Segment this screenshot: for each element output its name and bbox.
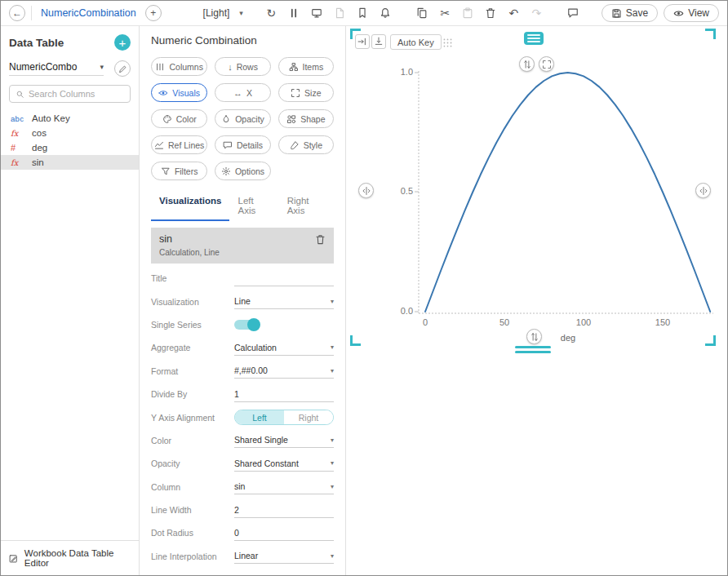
cut-button[interactable]: ✂	[437, 5, 454, 22]
columns-button[interactable]: Columns	[151, 57, 207, 76]
copy-button[interactable]	[414, 5, 431, 22]
options-button[interactable]: Options	[215, 162, 270, 180]
color-select[interactable]: Shared Single▾	[234, 432, 334, 448]
bookmark-button[interactable]	[354, 5, 371, 22]
ref-lines-button[interactable]: Ref Lines	[151, 135, 207, 154]
pencil-icon	[118, 64, 127, 73]
y-tick-label: 0.0	[385, 306, 413, 316]
swap-top-button[interactable]	[519, 56, 535, 72]
back-button[interactable]: ←	[9, 5, 25, 21]
filters-button[interactable]: Filters	[151, 162, 207, 180]
opacity-select[interactable]: Shared Constant▾	[234, 456, 334, 472]
pause-button[interactable]	[286, 5, 303, 22]
theme-select[interactable]: [Light] ▾	[203, 7, 243, 19]
refresh-button[interactable]: ↻	[263, 5, 280, 22]
left-axis-split-button[interactable]	[358, 183, 374, 198]
title-input[interactable]	[234, 271, 334, 286]
line-width-input[interactable]: 2	[234, 503, 334, 518]
tab-left-axis[interactable]: Left Axis	[229, 191, 278, 221]
maximize-button[interactable]	[539, 56, 554, 72]
eye-icon	[673, 8, 684, 19]
axis-tabs: Visualizations Left Axis Right Axis	[151, 191, 334, 221]
shape-button[interactable]: Shape	[278, 109, 334, 128]
select-value: Line	[234, 296, 251, 306]
dot-radius-input[interactable]: 0	[234, 525, 334, 541]
undo-button[interactable]: ↶	[505, 5, 522, 22]
chart-pane[interactable]: 1.0 0.5 0.0 0 50 100 150 deg Auto Key	[346, 26, 727, 575]
button-label: Color	[176, 114, 197, 124]
column-item-sin[interactable]: fx sin	[1, 155, 139, 170]
edit-data-table-button[interactable]	[114, 60, 131, 77]
column-item-cos[interactable]: fx cos	[1, 126, 139, 140]
details-button[interactable]: Details	[215, 135, 270, 154]
input-value: 0	[234, 528, 239, 538]
button-label: Filters	[175, 166, 198, 176]
data-table-sidebar: Data Table + NumericCombo ▾ abc Auto Key…	[1, 26, 140, 575]
column-item-deg[interactable]: # deg	[1, 140, 139, 155]
column-search[interactable]	[9, 85, 131, 103]
column-item-auto-key[interactable]: abc Auto Key	[1, 111, 139, 126]
delete-visual-button[interactable]	[315, 233, 326, 248]
toggle-knob	[247, 318, 260, 331]
color-button[interactable]: Color	[151, 109, 207, 128]
redo-button[interactable]: ↷	[528, 5, 545, 22]
field-value-interpolation: Value Interpolation Na Value Gaps	[151, 568, 334, 575]
funnel-icon	[161, 166, 171, 176]
single-series-toggle[interactable]	[234, 320, 259, 330]
button-label: Options	[235, 166, 264, 176]
search-input[interactable]	[29, 89, 124, 99]
vertical-swap-icon	[522, 60, 532, 69]
separator	[31, 6, 32, 20]
resize-corners-icon	[291, 88, 300, 98]
column-name: cos	[32, 128, 47, 138]
line-interpolation-select[interactable]: Linear▾	[234, 548, 334, 564]
tab-visualizations[interactable]: Visualizations	[151, 191, 229, 221]
add-data-table-button[interactable]: +	[114, 34, 131, 51]
items-button[interactable]: Items	[278, 57, 334, 76]
x-button[interactable]: ↔X	[215, 83, 270, 102]
field-divide-by: Divide By 1	[151, 383, 334, 405]
rows-button[interactable]: ↓Rows	[215, 57, 270, 76]
workbook-tab[interactable]: NumericCombination	[38, 7, 140, 19]
size-button[interactable]: Size	[278, 83, 334, 102]
field-column: Column sin▾	[151, 476, 334, 498]
move-to-bottom-axis-button[interactable]	[371, 34, 386, 49]
add-sheet-button[interactable]: +	[145, 5, 162, 21]
workbook-data-table-editor-button[interactable]: Workbook Data Table Editor	[1, 540, 139, 575]
bell-icon	[380, 7, 391, 19]
presentation-button[interactable]	[309, 5, 326, 22]
column-name: deg	[32, 143, 47, 153]
auto-key-chip[interactable]: Auto Key	[390, 34, 442, 50]
export-page-button[interactable]	[331, 5, 348, 22]
delete-button[interactable]	[482, 5, 499, 22]
data-table-select[interactable]: NumericCombo ▾	[9, 61, 104, 76]
droplet-icon	[221, 114, 231, 124]
segment-left[interactable]: Left	[235, 410, 284, 424]
drag-handle-icon[interactable]	[442, 37, 453, 51]
visuals-button[interactable]: Visuals	[151, 83, 207, 102]
visualization-select[interactable]: Line▾	[234, 294, 334, 309]
view-button[interactable]: View	[664, 4, 719, 22]
save-button[interactable]: Save	[601, 4, 658, 22]
axis-menu-handle[interactable]	[524, 32, 544, 45]
column-select[interactable]: sin▾	[234, 479, 334, 494]
tab-right-axis[interactable]: Right Axis	[279, 191, 334, 221]
button-label: Size	[304, 88, 321, 98]
opacity-button[interactable]: Opacity	[215, 109, 270, 128]
style-button[interactable]: Style	[278, 135, 334, 154]
aggregate-select[interactable]: Calculation▾	[234, 340, 334, 356]
chevron-down-icon: ▾	[331, 298, 334, 305]
paste-button[interactable]	[459, 5, 477, 22]
format-select[interactable]: #,##0.00▾	[234, 363, 334, 379]
segment-right[interactable]: Right	[284, 410, 333, 424]
divide-by-input[interactable]: 1	[234, 387, 334, 402]
eye-icon	[158, 88, 168, 98]
notifications-button[interactable]	[377, 5, 394, 22]
button-label: Rows	[237, 62, 258, 72]
bottom-axis-swap-button[interactable]	[526, 329, 542, 344]
move-to-right-axis-button[interactable]	[355, 34, 370, 49]
right-axis-split-button[interactable]	[695, 183, 711, 198]
panel-title: Numeric Combination	[151, 34, 334, 47]
visual-card[interactable]: sin Calculation, Line	[151, 228, 334, 264]
comments-button[interactable]	[565, 5, 582, 22]
